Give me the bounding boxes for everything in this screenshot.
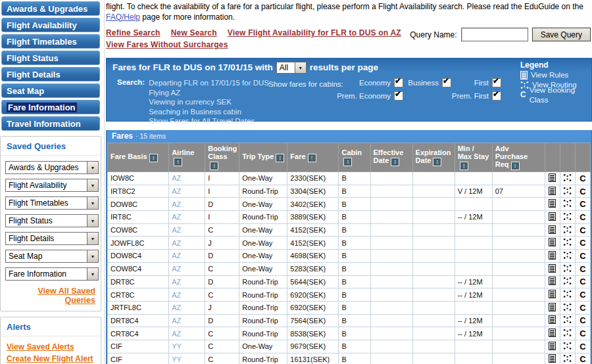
column-header-booking_class[interactable]: Booking Class↕ bbox=[205, 143, 239, 172]
airline-link[interactable]: AZ bbox=[172, 226, 181, 234]
view-routing-icon[interactable] bbox=[563, 225, 572, 234]
airline-link[interactable]: YY bbox=[172, 342, 182, 350]
sidebar-item-travel-information[interactable]: Travel Information bbox=[1, 116, 100, 131]
view-routing-icon[interactable] bbox=[563, 264, 572, 273]
sort-both-icon[interactable]: ↕ bbox=[149, 154, 158, 162]
page-size-select[interactable]: All▼ bbox=[276, 62, 307, 74]
view-rules-icon[interactable] bbox=[549, 199, 556, 208]
column-header-fare_basis[interactable]: Fare Basis↕ bbox=[108, 143, 169, 172]
view-routing-icon[interactable] bbox=[563, 277, 572, 285]
airline-link[interactable]: AZ bbox=[172, 291, 181, 299]
view-booking-class-icon[interactable]: C bbox=[580, 290, 585, 299]
view-booking-class-icon[interactable]: C bbox=[580, 355, 585, 363]
sort-both-icon[interactable]: ↕ bbox=[276, 154, 284, 162]
save-query-button[interactable]: Save Query bbox=[532, 28, 591, 41]
view-rules-icon[interactable] bbox=[549, 354, 556, 363]
airline-link[interactable]: AZ bbox=[172, 252, 181, 260]
action-link-refine-search[interactable]: Refine Search bbox=[106, 28, 160, 37]
sidebar-item-flight-details[interactable]: Flight Details bbox=[1, 67, 100, 81]
sidebar-item-seat-map[interactable]: Seat Map bbox=[1, 83, 100, 98]
view-rules-icon[interactable] bbox=[549, 303, 556, 311]
view-routing-icon[interactable] bbox=[563, 303, 572, 311]
view-routing-icon[interactable] bbox=[563, 173, 572, 182]
sort-both-icon[interactable]: ↕ bbox=[174, 158, 182, 166]
cabin-checkbox-economy[interactable]: ✔ bbox=[394, 78, 403, 87]
column-header-airline[interactable]: Airline↕ bbox=[169, 143, 205, 172]
view-rules-icon[interactable] bbox=[549, 315, 556, 324]
view-booking-class-icon[interactable]: C bbox=[580, 304, 585, 312]
saved-query-select-fare-information[interactable]: Fare Information▼ bbox=[5, 267, 99, 281]
view-all-saved-queries-link[interactable]: View All Saved Queries bbox=[6, 286, 95, 305]
view-rules-icon[interactable] bbox=[549, 187, 556, 195]
alert-link-create-new-flight-alert[interactable]: Create New Flight Alert bbox=[7, 354, 95, 363]
saved-query-select-awards-upgrades[interactable]: Awards & Upgrades▼ bbox=[5, 161, 99, 174]
view-rules-icon[interactable] bbox=[549, 251, 556, 260]
sort-both-icon[interactable]: ↕ bbox=[391, 158, 399, 166]
airline-link[interactable]: AZ bbox=[172, 278, 181, 286]
cabin-checkbox-business[interactable]: ✔ bbox=[442, 78, 451, 87]
view-booking-class-icon[interactable]: C bbox=[580, 316, 585, 325]
view-rules-icon[interactable] bbox=[549, 277, 556, 285]
view-routing-icon[interactable] bbox=[563, 354, 572, 363]
airline-link[interactable]: AZ bbox=[172, 200, 181, 208]
view-routing-icon[interactable] bbox=[563, 251, 572, 260]
column-header-min_max_stay[interactable]: Min / Max Stay↕ bbox=[455, 143, 492, 172]
saved-query-select-flight-availability[interactable]: Flight Availability▼ bbox=[5, 179, 99, 192]
view-rules-icon[interactable] bbox=[549, 342, 556, 350]
airline-link[interactable]: AZ bbox=[172, 239, 181, 247]
sidebar-item-flight-status[interactable]: Flight Status bbox=[1, 51, 100, 65]
view-booking-class-icon[interactable]: C bbox=[580, 239, 585, 247]
column-header-expiration_date[interactable]: Expiration Date↕ bbox=[412, 143, 455, 172]
airline-link[interactable]: AZ bbox=[172, 317, 181, 325]
faq-help-link[interactable]: FAQ/Help bbox=[106, 12, 140, 22]
column-header-trip_type[interactable]: Trip Type↕ bbox=[239, 143, 287, 172]
airline-link[interactable]: AZ bbox=[172, 265, 181, 273]
view-booking-class-icon[interactable]: C bbox=[580, 277, 585, 286]
sidebar-item-flight-availability[interactable]: Flight Availability bbox=[1, 18, 100, 32]
sidebar-item-fare-information[interactable]: Fare Information bbox=[1, 100, 100, 114]
airline-link[interactable]: AZ bbox=[172, 213, 181, 221]
view-routing-icon[interactable] bbox=[563, 212, 572, 221]
view-routing-icon[interactable] bbox=[563, 342, 572, 350]
view-booking-class-icon[interactable]: C bbox=[580, 187, 585, 196]
alert-link-view-saved-alerts[interactable]: View Saved Alerts bbox=[7, 342, 95, 352]
action-link-view-fares-without-surcharges[interactable]: View Fares Without Surcharges bbox=[106, 40, 228, 49]
view-booking-class-icon[interactable]: C bbox=[580, 329, 585, 338]
view-booking-class-icon[interactable]: C bbox=[580, 226, 585, 235]
view-booking-class-icon[interactable]: C bbox=[580, 265, 585, 273]
view-rules-icon[interactable] bbox=[549, 264, 556, 273]
view-rules-icon[interactable] bbox=[549, 329, 556, 337]
sort-both-icon[interactable]: ↕ bbox=[210, 162, 218, 170]
column-header-fare[interactable]: Fare↑ bbox=[287, 143, 339, 172]
saved-query-select-flight-timetables[interactable]: Flight Timetables▼ bbox=[5, 196, 99, 210]
airline-link[interactable]: AZ bbox=[172, 174, 181, 182]
view-routing-icon[interactable] bbox=[563, 199, 572, 208]
view-rules-icon[interactable] bbox=[549, 225, 556, 234]
airline-link[interactable]: AZ bbox=[172, 304, 181, 311]
column-header-effective_date[interactable]: Effective Date↕ bbox=[370, 143, 412, 172]
view-booking-class-icon[interactable]: C bbox=[580, 200, 585, 208]
view-rules-icon[interactable] bbox=[549, 238, 556, 246]
sort-both-icon[interactable]: ↕ bbox=[511, 162, 520, 170]
view-routing-icon[interactable] bbox=[563, 329, 572, 337]
view-booking-class-icon[interactable]: C bbox=[580, 174, 585, 183]
view-rules-icon[interactable] bbox=[549, 173, 556, 182]
view-booking-class-icon[interactable]: C bbox=[580, 342, 585, 351]
query-name-input[interactable] bbox=[461, 28, 528, 41]
view-routing-icon[interactable] bbox=[563, 238, 572, 246]
cabin-checkbox-prem-first[interactable]: ✔ bbox=[492, 91, 501, 101]
airline-link[interactable]: AZ bbox=[172, 187, 181, 195]
saved-query-select-flight-status[interactable]: Flight Status▼ bbox=[5, 214, 99, 227]
sort-both-icon[interactable]: ↕ bbox=[433, 158, 441, 166]
view-rules-icon[interactable] bbox=[549, 212, 556, 221]
view-booking-class-icon[interactable]: C bbox=[580, 213, 585, 221]
view-routing-icon[interactable] bbox=[563, 315, 572, 324]
sort-asc-icon[interactable]: ↑ bbox=[308, 154, 316, 162]
action-link-view-flight-availability-for-flr-to-dus-on-az[interactable]: View Flight Availability for FLR to DUS … bbox=[228, 28, 401, 37]
column-header-cabin[interactable]: Cabin↕ bbox=[339, 143, 370, 172]
cabin-checkbox-prem-economy[interactable]: ✔ bbox=[394, 91, 403, 101]
view-rules-icon[interactable] bbox=[549, 290, 556, 298]
airline-link[interactable]: AZ bbox=[172, 330, 181, 338]
saved-query-select-flight-details[interactable]: Flight Details▼ bbox=[5, 232, 99, 245]
sidebar-item-awards-upgrades[interactable]: Awards & Upgrades bbox=[1, 1, 100, 16]
